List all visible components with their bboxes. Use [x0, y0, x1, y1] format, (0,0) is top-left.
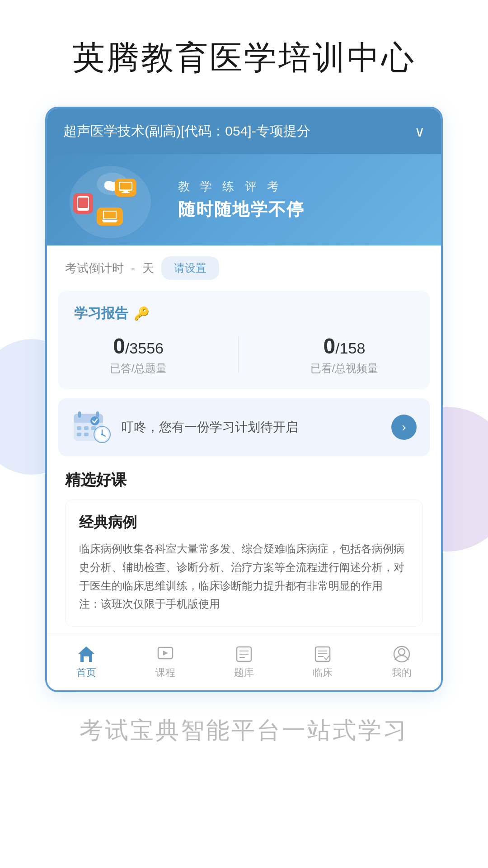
svg-rect-17: [77, 426, 81, 430]
svg-rect-6: [122, 192, 130, 193]
stats-row: 0/3556 已答/总题量 0/158 已看/总视频量: [74, 334, 414, 376]
course-card[interactable]: 经典病例 临床病例收集各科室大量常多发、综合疑难临床病症，包括各病例病史分析、辅…: [65, 500, 423, 627]
stat-watched-label: 已看/总视频量: [310, 361, 379, 376]
nav-label-profile: 我的: [392, 666, 412, 679]
countdown-set-button[interactable]: 请设置: [161, 256, 219, 280]
nav-label-home: 首页: [76, 666, 96, 679]
svg-rect-8: [78, 198, 88, 208]
home-icon: [76, 645, 96, 663]
nav-label-course: 课程: [155, 666, 175, 679]
learning-report-card: 学习报告 🔑 0/3556 已答/总题量 0/158 已看/总视频量: [58, 291, 430, 389]
featured-section-title: 精选好课: [65, 470, 423, 491]
profile-icon: [392, 645, 412, 663]
question-bank-icon: [234, 645, 254, 663]
svg-rect-15: [78, 411, 81, 418]
svg-rect-18: [84, 426, 89, 430]
monitor-icon: [115, 179, 136, 197]
course-card-title: 经典病例: [79, 513, 409, 533]
course-icon: [155, 645, 175, 663]
svg-rect-21: [84, 433, 89, 436]
stat-divider: [238, 337, 239, 373]
stat-answered-value: 0/3556: [113, 334, 164, 359]
svg-point-41: [399, 649, 405, 655]
countdown-bar: 考试倒计时 - 天 请设置: [47, 245, 441, 291]
countdown-unit: 天: [142, 260, 154, 276]
stat-watched: 0/158 已看/总视频量: [310, 334, 379, 376]
laptop-icon: [97, 208, 123, 226]
svg-rect-11: [104, 212, 116, 218]
bottom-nav: 首页 课程: [47, 636, 441, 690]
svg-rect-19: [91, 426, 96, 430]
key-icon: 🔑: [134, 306, 150, 321]
course-selector-arrow-icon: ∨: [414, 123, 425, 140]
course-selector-bar[interactable]: 超声医学技术(副高)[代码：054]-专项提分 ∨: [47, 108, 441, 154]
nav-item-profile[interactable]: 我的: [375, 645, 429, 679]
nav-item-question-bank[interactable]: 题库: [217, 645, 271, 679]
arrow-right-icon: ›: [402, 420, 406, 434]
svg-point-9: [83, 209, 84, 210]
banner-subtitle: 教 学 练 评 考: [178, 179, 423, 194]
nav-label-question-bank: 题库: [234, 666, 254, 679]
app-title: 英腾教育医学培训中心: [72, 36, 416, 80]
learning-report-title: 学习报告: [74, 304, 128, 323]
svg-rect-29: [84, 656, 89, 662]
course-selector-text: 超声医学技术(副高)[代码：054]-专项提分: [63, 122, 407, 141]
phone-mockup: 超声医学技术(副高)[代码：054]-专项提分 ∨: [45, 107, 443, 692]
study-plan-arrow-button[interactable]: ›: [391, 415, 417, 440]
learning-report-header: 学习报告 🔑: [74, 304, 414, 323]
study-plan-banner[interactable]: 叮咚，您有一份学习计划待开启 ›: [58, 398, 430, 456]
svg-rect-4: [120, 183, 131, 189]
featured-section: 精选好课 经典病例 临床病例收集各科室大量常多发、综合疑难临床病症，包括各病例病…: [47, 465, 441, 636]
nav-item-course[interactable]: 课程: [138, 645, 192, 679]
stat-answered-label: 已答/总题量: [110, 361, 167, 376]
nav-label-clinical: 临床: [313, 666, 333, 679]
banner-title: 随时随地学不停: [178, 198, 423, 221]
svg-point-27: [90, 416, 99, 425]
footer-text: 考试宝典智能平台一站式学习: [80, 715, 408, 746]
banner-text-area: 教 学 练 评 考 随时随地学不停: [178, 179, 423, 221]
countdown-label: 考试倒计时: [65, 260, 124, 276]
svg-rect-5: [123, 191, 128, 192]
stat-watched-value: 0/158: [323, 334, 365, 359]
svg-rect-20: [77, 433, 81, 436]
stat-answered: 0/3556 已答/总题量: [110, 334, 167, 376]
svg-marker-31: [163, 651, 168, 656]
clinical-icon: [313, 645, 333, 663]
nav-item-clinical[interactable]: 临床: [296, 645, 350, 679]
nav-item-home[interactable]: 首页: [59, 645, 113, 679]
countdown-dash: -: [131, 261, 135, 275]
tablet-icon: [73, 193, 93, 214]
svg-point-26: [101, 434, 103, 435]
banner-icons: [65, 170, 174, 229]
plan-icon: [71, 409, 112, 445]
course-card-desc: 临床病例收集各科室大量常多发、综合疑难临床病症，包括各病例病史分析、辅助检查、诊…: [79, 540, 409, 613]
study-plan-text: 叮咚，您有一份学习计划待开启: [121, 419, 382, 436]
banner: 教 学 练 评 考 随时随地学不停: [47, 154, 441, 245]
